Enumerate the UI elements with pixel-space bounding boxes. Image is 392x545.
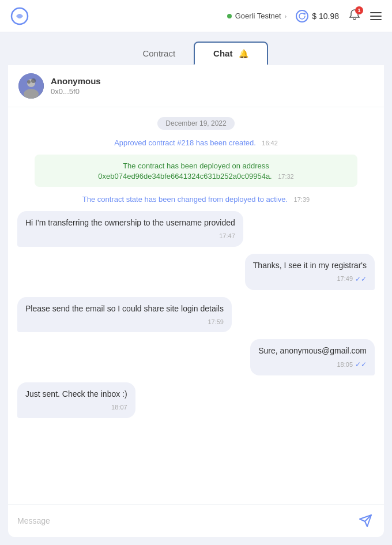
msg-received-3: Just sent. Check the inbox :) 18:07	[17, 382, 375, 418]
chat-spacer	[17, 422, 375, 505]
msg-sent-1: Thanks, I see it in my registrar's 17:49…	[17, 254, 375, 290]
tab-contract-label: Contract	[142, 48, 175, 58]
app-header: Goerli Testnet › $ 10.98 1	[0, 0, 392, 32]
tabs-bar: Contract Chat 🔔	[0, 32, 392, 65]
tab-chat-label: Chat	[213, 48, 232, 58]
tab-chat[interactable]: Chat 🔔	[194, 42, 268, 65]
network-chevron-icon: ›	[285, 13, 287, 20]
balance-value: $ 10.98	[312, 12, 339, 21]
msg-time-sent-2: 18:05	[337, 360, 353, 370]
message-input[interactable]	[17, 516, 350, 525]
menu-button[interactable]	[370, 12, 382, 20]
msg-received-2: Please send the email so I could share s…	[17, 297, 375, 333]
msg-check-sent-2: ✓✓	[355, 359, 367, 370]
msg-sent-2: Sure, anonymous@gmail.com 18:05 ✓✓	[17, 339, 375, 375]
network-label: Goerli Testnet	[235, 12, 281, 20]
balance-display[interactable]: $ 10.98	[296, 10, 339, 22]
system-msg-2-time: 17:32	[278, 173, 294, 180]
system-msg-3: The contract state has been changed from…	[35, 194, 357, 204]
msg-bubble-received-2: Please send the email so I could share s…	[17, 297, 232, 333]
msg-text-sent-1: Thanks, I see it in my registrar's	[253, 261, 367, 270]
notification-count-badge: 1	[355, 6, 363, 14]
network-status-dot	[227, 14, 232, 18]
msg-time-received-2: 17:59	[208, 317, 224, 327]
msg-bubble-received-3: Just sent. Check the inbox :) 18:07	[17, 382, 135, 418]
app-logo[interactable]	[10, 7, 29, 25]
hamburger-line-3	[370, 19, 382, 20]
avatar	[18, 73, 44, 99]
msg-text-received-3: Just sent. Check the inbox :)	[25, 389, 127, 399]
user-details: Anonymous 0x0...5f0	[51, 76, 101, 96]
notification-bell-wrapper[interactable]: 1	[348, 9, 361, 24]
svg-point-5	[31, 78, 36, 83]
hamburger-line-1	[370, 12, 382, 13]
user-address: 0x0...5f0	[51, 87, 101, 96]
header-right: Goerli Testnet › $ 10.98 1	[227, 9, 382, 24]
date-separator: December 19, 2022	[17, 118, 375, 128]
msg-time-received-3: 18:07	[111, 403, 127, 412]
msg-check-sent-1: ✓✓	[355, 274, 367, 284]
chat-area: December 19, 2022 Approved contract #218…	[8, 107, 384, 504]
send-icon	[359, 514, 372, 528]
msg-text-received-1: Hi I'm transferring the ownership to the…	[25, 218, 235, 227]
hamburger-line-2	[370, 16, 382, 17]
svg-point-4	[27, 80, 31, 84]
refresh-icon	[296, 10, 308, 22]
msg-received-1: Hi I'm transferring the ownership to the…	[17, 211, 375, 247]
message-input-area	[8, 504, 384, 537]
system-msg-3-time: 17:39	[294, 196, 310, 203]
system-msg-1: Approved contract #218 has been created.…	[35, 137, 357, 148]
msg-time-received-1: 17:47	[219, 231, 235, 241]
msg-bubble-sent-2: Sure, anonymous@gmail.com 18:05 ✓✓	[250, 339, 375, 375]
msg-bubble-received-1: Hi I'm transferring the ownership to the…	[17, 211, 243, 247]
msg-text-sent-2: Sure, anonymous@gmail.com	[258, 346, 367, 355]
date-label: December 19, 2022	[157, 117, 234, 130]
msg-bubble-sent-1: Thanks, I see it in my registrar's 17:49…	[245, 254, 375, 290]
user-info-bar: Anonymous 0x0...5f0	[8, 65, 384, 107]
msg-time-sent-1: 17:49	[337, 274, 353, 284]
system-msg-3-text: The contract state has been changed from…	[82, 195, 288, 204]
system-msg-2: The contract has been deployed on addres…	[35, 155, 357, 187]
system-msg-1-time: 16:42	[262, 140, 278, 146]
system-msg-2-text: The contract has been deployed on addres…	[98, 161, 272, 181]
network-badge[interactable]: Goerli Testnet ›	[227, 12, 287, 20]
tab-bell-icon: 🔔	[239, 49, 248, 58]
tab-contract[interactable]: Contract	[124, 42, 194, 65]
user-name: Anonymous	[51, 76, 101, 86]
msg-text-received-2: Please send the email so I could share s…	[25, 304, 224, 313]
bottom-spacer	[0, 537, 392, 545]
system-msg-1-text: Approved contract #218 has been created.	[114, 138, 256, 147]
main-panel: Anonymous 0x0...5f0 December 19, 2022 Ap…	[8, 65, 384, 537]
send-button[interactable]	[356, 512, 375, 530]
